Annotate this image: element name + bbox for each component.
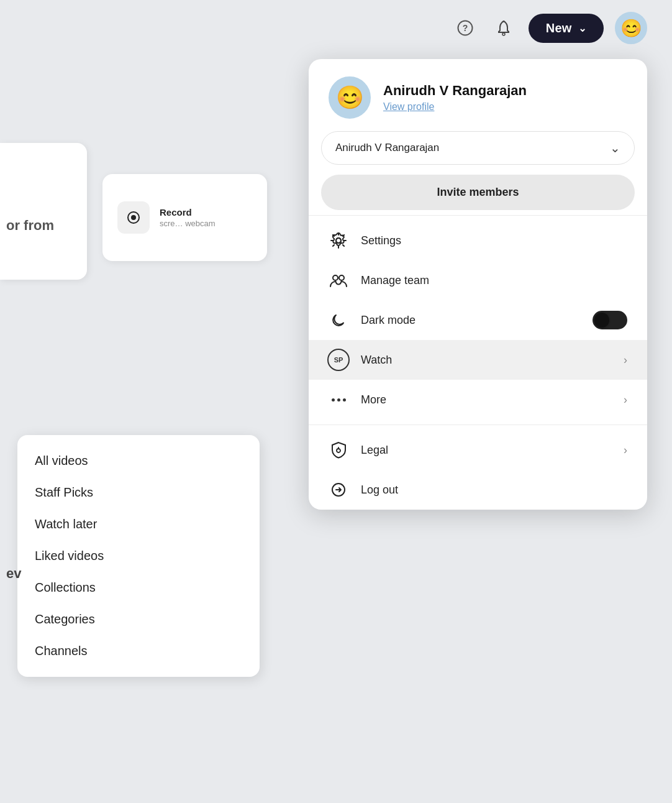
invite-members-button[interactable]: Invite members [321, 175, 635, 210]
record-title: Record [160, 207, 216, 218]
more-menu-item[interactable]: More › [309, 380, 647, 420]
sidebar-item-watch-later[interactable]: Watch later [17, 508, 260, 540]
legal-arrow-icon: › [624, 444, 627, 457]
gear-icon [329, 231, 348, 250]
toggle-thumb [594, 313, 609, 328]
svg-point-4 [336, 238, 341, 243]
logout-icon [329, 480, 348, 500]
user-info: Anirudh V Rangarajan View profile [383, 83, 527, 112]
manage-team-menu-item[interactable]: Manage team [309, 260, 647, 300]
new-button-label: New [546, 21, 572, 35]
sp-badge: SP [327, 349, 350, 371]
divider-1 [309, 215, 647, 216]
svg-point-5 [333, 275, 338, 280]
record-dot-icon [127, 211, 140, 224]
left-menu-panel: All videos Staff Picks Watch later Liked… [17, 435, 260, 677]
dark-mode-menu-item[interactable]: Dark mode [309, 300, 647, 340]
avatar-button[interactable]: 😊 [615, 12, 647, 44]
avatar: 😊 [329, 76, 371, 119]
sidebar-item-staff-picks[interactable]: Staff Picks [17, 477, 260, 508]
watch-label: Watch [361, 354, 611, 367]
avatar-icon: 😊 [336, 85, 364, 111]
chevron-down-icon: ⌄ [610, 140, 620, 155]
sidebar-item-collections[interactable]: Collections [17, 572, 260, 603]
manage-team-label: Manage team [361, 274, 627, 287]
dots-icon [329, 390, 348, 410]
ev-label: ev [6, 566, 21, 582]
record-icon-wrap [117, 201, 150, 234]
moon-icon [329, 310, 348, 330]
sidebar-item-categories[interactable]: Categories [17, 603, 260, 635]
avatar-emoji: 😊 [620, 18, 642, 39]
record-panel: Record scre… webcam [102, 174, 267, 261]
more-label: More [361, 393, 611, 406]
workspace-selector[interactable]: Anirudh V Rangarajan ⌄ [321, 131, 635, 165]
notifications-button[interactable] [490, 14, 517, 42]
logout-label: Log out [361, 484, 627, 497]
watch-menu-item[interactable]: SP Watch › [309, 340, 647, 380]
user-name: Anirudh V Rangarajan [383, 83, 527, 99]
logout-menu-item[interactable]: Log out [309, 470, 647, 510]
settings-label: Settings [361, 234, 627, 247]
record-text: Record scre… webcam [160, 207, 216, 228]
view-profile-link[interactable]: View profile [383, 101, 527, 112]
record-subtitle: scre… webcam [160, 219, 216, 228]
workspace-name: Anirudh V Rangarajan [335, 142, 439, 154]
sidebar-item-channels[interactable]: Channels [17, 635, 260, 667]
sidebar-item-all-videos[interactable]: All videos [17, 445, 260, 477]
three-dots-icon [332, 398, 346, 402]
new-button-chevron: ⌄ [578, 22, 586, 34]
header-area: ? New ⌄ 😊 [0, 0, 672, 56]
sp-badge-icon: SP [329, 350, 348, 370]
legal-menu-item[interactable]: Legal › [309, 430, 647, 470]
sidebar-item-liked-videos[interactable]: Liked videos [17, 540, 260, 572]
svg-text:?: ? [462, 23, 468, 33]
dark-mode-label: Dark mode [361, 314, 580, 327]
divider-2 [309, 424, 647, 425]
help-button[interactable]: ? [452, 14, 479, 42]
svg-point-6 [339, 275, 344, 280]
team-icon [329, 270, 348, 290]
settings-menu-item[interactable]: Settings [309, 221, 647, 260]
legal-label: Legal [361, 444, 611, 457]
more-arrow-icon: › [624, 393, 627, 406]
new-button[interactable]: New ⌄ [529, 14, 604, 43]
from-label: or from [0, 218, 54, 234]
watch-arrow-icon: › [624, 354, 627, 367]
user-header: 😊 Anirudh V Rangarajan View profile [309, 59, 647, 131]
svg-point-7 [337, 449, 340, 452]
dark-mode-toggle[interactable] [593, 311, 627, 329]
shield-icon [329, 440, 348, 460]
dropdown-panel: 😊 Anirudh V Rangarajan View profile Anir… [309, 59, 647, 510]
bg-panel-left [0, 143, 87, 280]
svg-point-2 [502, 33, 505, 35]
